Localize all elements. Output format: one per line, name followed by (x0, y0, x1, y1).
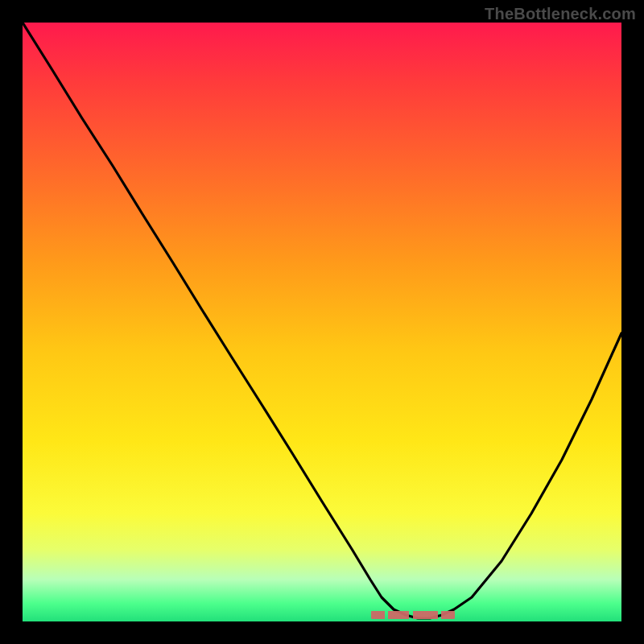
watermark-text: TheBottleneck.com (485, 5, 636, 23)
optimal-range-marker (369, 611, 457, 619)
bottleneck-curve (23, 23, 621, 621)
plot-area (23, 23, 621, 621)
curve-path (23, 23, 621, 618)
chart-frame: TheBottleneck.com (0, 0, 644, 644)
